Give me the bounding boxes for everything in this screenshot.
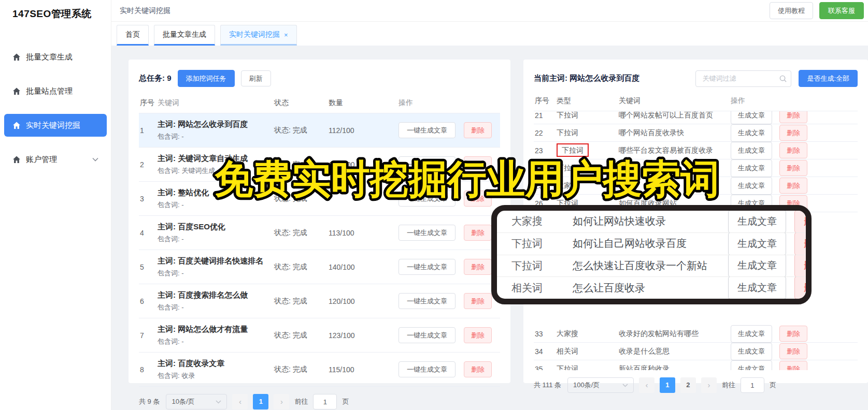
generate-articles-button[interactable]: 一键生成文章 [399,191,456,207]
generate-articles-button[interactable]: 一键生成文章 [399,156,456,172]
delete-keyword-button[interactable]: 删除 [779,361,807,370]
delete-keyword-button[interactable]: 删除 [779,326,807,342]
page-1-button[interactable]: 1 [253,394,268,409]
generate-all-toggle-button[interactable]: 是否生成:全部 [799,70,858,87]
task-count: 113/100 [329,229,383,237]
total-tasks-label: 总任务: 9 [139,74,172,83]
task-count: 100/100 [329,160,383,169]
sidebar-item-batch-article[interactable]: 批量文章生成 [4,46,107,68]
delete-task-button[interactable]: 删除 [464,293,492,309]
delete-task-button[interactable]: 删除 [464,327,492,343]
sidebar-item-label: 账户管理 [26,155,57,165]
tutorial-button[interactable]: 使用教程 [770,2,813,19]
task-row[interactable]: 4 主词: 百度SEO优化 包含词: - 状态: 完成 113/100 一键生成… [139,216,500,250]
task-row[interactable]: 6 主词: 百度搜索排名怎么做 包含词: - 状态: 完成 120/100 一键… [139,284,500,318]
keyword-row[interactable]: 22 下拉词 哪个网站百度收录快 生成文章 删除 [534,124,858,142]
generate-articles-button[interactable]: 一键生成文章 [399,327,456,343]
col-index: 序号 [139,98,158,108]
task-count: 123/100 [329,331,383,340]
task-row[interactable]: 1 主词: 网站怎么收录到百度 包含词: - 状态: 完成 112/100 一键… [139,113,500,148]
generate-articles-button[interactable]: 一键生成文章 [399,225,456,241]
keyword-filter-input[interactable] [695,70,791,87]
delete-task-button[interactable]: 删除 [464,361,492,377]
sidebar-item-keyword-mining[interactable]: 实时关键词挖掘 [4,114,107,137]
col-keyword: 关键词 [158,98,274,108]
generate-article-button[interactable]: 生成文章 [731,124,772,142]
sidebar-item-account[interactable]: 账户管理 [4,148,107,171]
keyword-row[interactable]: 23 下拉词 哪些平台发文容易被百度收录 生成文章 删除 [534,142,858,159]
task-row[interactable]: 3 主词: 整站优化 包含词: - 状态: 完成 一键生成文章 删除 [139,182,500,216]
delete-keyword-button[interactable]: 删除 [779,111,807,123]
keyword-index: 23 [534,147,557,155]
generate-articles-button[interactable]: 一键生成文章 [399,361,456,377]
delete-task-button[interactable]: 删除 [464,225,492,241]
col-actions: 操作 [383,98,500,108]
col-keyword: 关键词 [619,96,731,106]
keyword-row[interactable]: 24 下拉词 生成文章 删除 [534,159,858,177]
keyword-row[interactable]: 21 下拉词 哪个网站发帖可以上百度首页 生成文章 删除 [534,111,858,124]
keyword-index: 21 [534,111,557,120]
generate-article-button[interactable]: 生成文章 [731,111,772,124]
inset-delete-button-clipped: 删除 [794,211,806,233]
delete-keyword-button[interactable]: 删除 [779,142,807,158]
page-2-button[interactable]: 2 [680,377,696,393]
keyword-text: 收录好的发帖网站有哪些 [619,329,731,339]
generate-article-button[interactable]: 生成文章 [731,142,772,159]
inset-row: 下拉词 如何让自己网站收录百度 生成文章 删除 [497,233,806,255]
home-icon [12,156,21,164]
topbar-actions: 使用教程 联系客服 [770,2,864,19]
delete-keyword-button[interactable]: 删除 [779,178,807,194]
goto-page-input[interactable] [741,377,764,393]
page-size-select[interactable]: 10条/页 [166,394,227,409]
tab-bar: 首页 批量文章生成 实时关键词挖掘 × [111,22,868,46]
generate-articles-button[interactable]: 一键生成文章 [399,122,456,138]
tab-home[interactable]: 首页 [117,25,149,46]
generate-articles-button[interactable]: 一键生成文章 [399,293,456,309]
delete-task-button[interactable]: 删除 [464,122,492,138]
delete-task-button[interactable]: 删除 [464,156,492,172]
keyword-row[interactable]: 25 大家搜 生成文章 删除 [534,177,858,195]
sidebar-item-batch-site[interactable]: 批量站点管理 [4,80,107,102]
keyword-index: 33 [534,330,557,338]
keyword-row[interactable]: 34 相关词 收录是什么意思 生成文章 删除 [534,343,858,360]
add-mining-task-button[interactable]: 添加挖词任务 [178,70,235,87]
next-page-button[interactable]: › [701,377,717,393]
task-row[interactable]: 5 主词: 百度关键词排名快速排名 包含词: - 状态: 完成 140/100 … [139,250,500,284]
page-1-button[interactable]: 1 [660,377,675,393]
keyword-row[interactable]: 35 下拉词 新站百度秒收录 生成文章 删除 [534,360,858,370]
generate-article-button[interactable]: 生成文章 [731,325,772,343]
delete-task-button[interactable]: 删除 [464,259,492,275]
generate-article-button[interactable]: 生成文章 [731,177,772,195]
generate-article-button[interactable]: 生成文章 [731,343,772,360]
task-status: 状态: 完成 [274,262,329,272]
task-row[interactable]: 2 主词: 关键词文章自动生成 包含词: 关键词生成 状态: 完成 100/10… [139,148,500,182]
delete-task-button[interactable]: 删除 [464,191,492,207]
task-row[interactable]: 8 主词: 百度收录文章 包含词: 收录 状态: 完成 115/100 一键生成… [139,353,500,387]
close-tab-icon[interactable]: × [284,31,288,39]
inset-delete-button-clipped: 删除 [794,255,806,277]
page-size-select[interactable]: 100条/页 [567,377,634,393]
generate-article-button[interactable]: 生成文章 [731,360,772,371]
task-table-header: 序号 关键词 状态 数量 操作 [139,94,500,113]
contact-support-button[interactable]: 联系客服 [819,2,864,19]
generate-article-button[interactable]: 生成文章 [731,159,772,177]
prev-page-button[interactable]: ‹ [232,394,248,409]
keyword-row[interactable]: 33 大家搜 收录好的发帖网站有哪些 生成文章 删除 [534,325,858,343]
inset-keyword-type: 下拉词 [511,259,573,273]
prev-page-button[interactable]: ‹ [639,377,654,393]
task-include-word: 包含词: - [158,199,269,211]
keyword-type: 大家搜 [557,329,619,339]
generate-articles-button[interactable]: 一键生成文章 [399,259,456,275]
goto-page-input[interactable] [313,394,337,409]
delete-keyword-button[interactable]: 删除 [779,125,807,141]
next-page-button[interactable]: › [274,394,289,409]
delete-keyword-button[interactable]: 删除 [779,160,807,176]
col-index: 序号 [534,96,557,106]
refresh-button[interactable]: 刷新 [241,70,271,86]
inset-keyword-text: 怎么让百度收录 [573,281,728,295]
tab-keyword-mining[interactable]: 实时关键词挖掘 × [220,25,297,46]
tab-batch-article[interactable]: 批量文章生成 [154,25,215,46]
task-row[interactable]: 7 主词: 网站怎么做才有流量 包含词: - 状态: 完成 123/100 一键… [139,318,500,353]
delete-keyword-button[interactable]: 删除 [779,343,807,359]
task-table-body: 1 主词: 网站怎么收录到百度 包含词: - 状态: 完成 112/100 一键… [139,113,500,387]
